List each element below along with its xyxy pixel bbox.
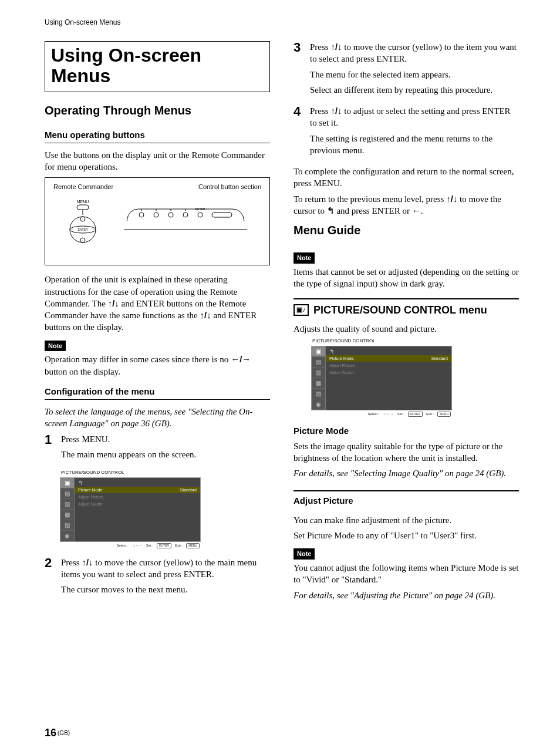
svg-rect-21 <box>212 213 232 217</box>
label-remote: Remote Commander <box>53 183 113 191</box>
svg-text:→: → <box>92 228 95 231</box>
menu-tab-icon: ▦ <box>60 510 74 520</box>
step4-line2: The setting is registered and the menu r… <box>310 133 519 157</box>
back-icon: ↰ <box>329 349 448 355</box>
adjust-picture-p2: Set Picture Mode to any of "User1" to "U… <box>294 530 519 541</box>
left-arrow-icon: ← <box>412 205 421 215</box>
svg-point-15 <box>168 213 173 217</box>
step-number: 4 <box>294 105 304 160</box>
svg-point-19 <box>198 213 203 217</box>
step3-line3: Select an different item by repeating th… <box>310 84 519 96</box>
step4-line1: Press ↑/↓ to adjust or select the settin… <box>310 105 519 129</box>
menu-tab-icon: ▧ <box>312 389 325 399</box>
svg-point-13 <box>154 213 158 217</box>
menu-tab-icon: ▤ <box>312 357 325 368</box>
remote-commander-icon: MENU + + ← → ENTER <box>53 197 112 256</box>
svg-point-17 <box>183 213 188 217</box>
left-column: Using On-screen Menus Operating Through … <box>45 41 270 605</box>
menu-label: MENU <box>77 200 89 204</box>
menu-title: PICTURE/SOUND CONTROL <box>311 338 452 345</box>
step-1: 1 Press MENU. The main menu appears on t… <box>45 433 270 464</box>
step-number: 2 <box>45 557 55 599</box>
paragraph-operation-note: Operation of the unit is explained in th… <box>45 274 270 333</box>
main-columns: Using On-screen Menus Operating Through … <box>45 41 519 605</box>
menu-tab-icon: ▣ <box>312 346 325 357</box>
step2-line1: Press ↑/↓ to move the cursor (yellow) to… <box>61 557 270 581</box>
language-crossref: To select the language of the menus, see… <box>45 406 270 430</box>
picture-sound-icon: ▣♪ <box>294 304 309 316</box>
svg-text:ENTER: ENTER <box>195 207 205 211</box>
up-down-arrows-icon: ↑/↓ <box>200 310 211 320</box>
up-down-arrows-icon: ↑/↓ <box>330 42 342 52</box>
note-text-3b: For details, see "Adjusting the Picture"… <box>294 589 519 601</box>
step-4: 4 Press ↑/↓ to adjust or select the sett… <box>294 105 519 160</box>
picture-mode-p1: Sets the image quality suitable for the … <box>294 440 519 464</box>
svg-point-11 <box>139 213 144 217</box>
menu-tab-icon: ▣ <box>60 478 74 488</box>
menu-tab-icon: ▤ <box>60 488 74 499</box>
step1-line2: The main menu appears on the screen. <box>61 449 270 460</box>
heading-picture-mode: Picture Mode <box>294 425 519 437</box>
menu-screenshot-right: PICTURE/SOUND CONTROL ▣ ▤ ▥ ▦ ▧ ◉ ↰ Pict… <box>311 338 452 417</box>
section-operating: Operating Through Menus <box>45 103 270 119</box>
note-text-3a: You cannot adjust the following items wh… <box>294 562 519 586</box>
complete-config-p1: To complete the configuration and return… <box>294 166 519 190</box>
adjust-picture-p1: You can make fine adjustment of the pict… <box>294 514 519 526</box>
note-badge: Note <box>294 252 315 264</box>
step2-line2: The cursor moves to the next menu. <box>61 584 270 595</box>
paragraph-intro: Use the buttons on the display unit or t… <box>45 149 270 173</box>
right-column: 3 Press ↑/↓ to move the cursor (yellow) … <box>294 41 519 605</box>
svg-text:+: + <box>82 218 84 221</box>
page-number: 16(GB) <box>45 726 70 740</box>
running-header: Using On-screen Menus <box>45 18 519 27</box>
remote-diagram-box: Remote Commander Control button section … <box>45 177 270 265</box>
svg-rect-0 <box>77 205 89 210</box>
complete-config-p2: To return to the previous menu level, pr… <box>294 193 519 217</box>
step-number: 1 <box>45 433 55 464</box>
svg-text:−: − <box>215 210 217 213</box>
note-text-2: Items that cannot be set or adjusted (de… <box>294 266 519 290</box>
page-title: Using On-screen Menus <box>45 41 270 92</box>
label-control-section: Control button section <box>198 183 261 191</box>
picture-mode-crossref: For details, see "Selecting Image Qualit… <box>294 467 519 479</box>
up-down-arrows-icon: ↑/↓ <box>330 106 342 116</box>
section-menu-guide: Menu Guide <box>294 223 519 238</box>
control-panel-icon: ENTER − + <box>124 197 247 256</box>
back-arrow-icon: ↰ <box>327 205 335 215</box>
menu-tab-icon: ▧ <box>60 520 74 531</box>
step3-line1: Press ↑/↓ to move the cursor (yellow) to… <box>310 41 519 65</box>
note-badge: Note <box>294 548 315 560</box>
menu-tab-icon: ▦ <box>312 378 325 389</box>
svg-text:+: + <box>82 239 84 242</box>
step-number: 3 <box>294 41 304 99</box>
step-2: 2 Press ↑/↓ to move the cursor (yellow) … <box>45 557 270 599</box>
step3-line2: The menu for the selected item appears. <box>310 69 519 80</box>
back-icon: ↰ <box>78 480 197 486</box>
menu-screenshot-left: PICTURE/SOUND CONTROL ▣ ▤ ▥ ▦ ▧ ◉ ↰ Pict… <box>60 470 201 548</box>
step1-line1: Press MENU. <box>61 433 270 445</box>
menu-tab-icon: ▥ <box>312 368 325 378</box>
menu-tab-icon: ◉ <box>60 531 74 541</box>
note-text-1: Operation may differ in some cases since… <box>45 353 270 378</box>
menu-tab-icon: ◉ <box>312 399 325 410</box>
enter-label: ENTER <box>78 228 88 231</box>
heading-configuration: Configuration of the menu <box>45 386 270 400</box>
note-badge: Note <box>45 341 66 352</box>
picture-sound-heading: ▣♪ PICTURE/SOUND CONTROL menu <box>294 298 519 317</box>
menu-title: PICTURE/SOUND CONTROL <box>60 470 201 476</box>
svg-text:←: ← <box>70 228 74 231</box>
up-down-arrows-icon: ↑/↓ <box>446 194 457 204</box>
heading-menu-buttons: Menu operating buttons <box>45 129 270 143</box>
svg-text:+: + <box>228 210 230 213</box>
ps-intro: Adjusts the quality of sound and picture… <box>294 323 519 335</box>
up-down-arrows-icon: ↑/↓ <box>108 298 119 308</box>
step-3: 3 Press ↑/↓ to move the cursor (yellow) … <box>294 41 519 99</box>
menu-tab-icon: ▥ <box>60 499 74 510</box>
up-down-arrows-icon: ↑/↓ <box>82 557 93 567</box>
heading-adjust-picture: Adjust Picture <box>294 490 519 508</box>
left-right-arrows-icon: ←/→ <box>231 354 251 364</box>
